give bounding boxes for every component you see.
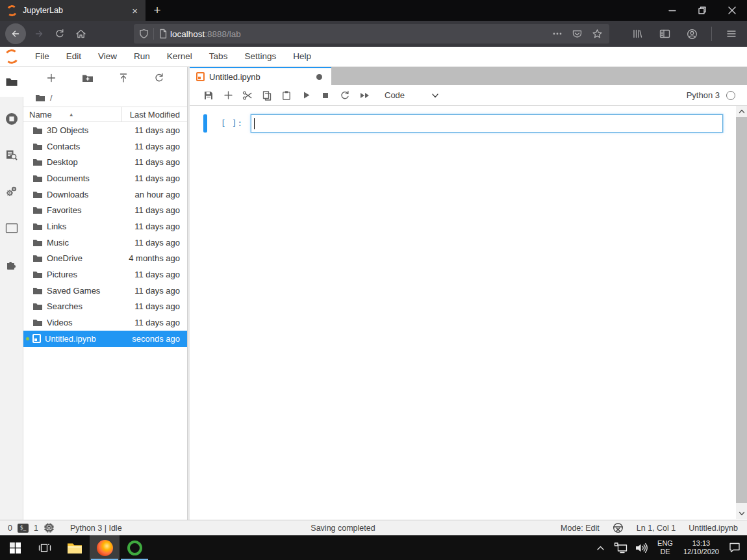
file-modified-time: 11 days ago [134,142,180,151]
sidebar-tab-running[interactable] [0,105,23,133]
menubar-item[interactable]: View [90,47,125,66]
new-folder-button[interactable] [82,73,94,83]
tray-overflow-chevron-icon[interactable] [592,535,609,560]
clock[interactable]: 13:13 12/10/2020 [680,539,722,556]
library-icon[interactable] [627,23,648,44]
statusbar-filename[interactable]: Untitled.ipynb [689,524,738,533]
file-row[interactable]: 3D Objects 11 days ago [23,122,187,138]
menubar-item[interactable]: Tabs [201,47,236,66]
scrollbar-thumb[interactable] [736,117,747,503]
new-tab-button[interactable]: + [146,0,169,21]
cell-type-select[interactable]: Code [385,90,440,100]
language-primary: ENG [657,539,673,548]
task-view-button[interactable] [30,535,60,560]
pocket-icon[interactable] [572,29,583,39]
file-explorer-button[interactable] [60,535,90,560]
tab-close-icon[interactable]: × [129,5,140,17]
url-path: :8888/lab [205,29,241,39]
language-indicator[interactable]: ENG DE [654,539,676,556]
notebook-scrollbar[interactable] [736,106,747,519]
back-button[interactable] [5,23,26,44]
forward-button[interactable] [29,23,49,44]
reload-button[interactable] [49,23,70,44]
kernel-status-circle-icon[interactable] [726,91,735,100]
kernel-indicator[interactable]: Python 3 [687,90,738,100]
cut-cells-button[interactable] [238,87,257,104]
file-row[interactable]: Videos 11 days ago [23,314,187,331]
mode-indicator[interactable]: Mode: Edit [561,524,600,533]
column-header-modified[interactable]: Last Modified [122,110,187,120]
refresh-button[interactable] [154,73,164,83]
cursor-position[interactable]: Ln 1, Col 1 [637,524,676,533]
window-minimize-button[interactable] [657,0,687,21]
browser-tab[interactable]: JupyterLab × [0,0,146,21]
sidebars-toggle-icon[interactable] [654,23,675,44]
sidebar-tab-property-inspector[interactable] [0,177,23,206]
jupyterlab-app-taskbar-button[interactable] [120,535,149,560]
file-row[interactable]: Contacts 11 days ago [23,138,187,155]
scroll-up-icon[interactable] [736,106,747,117]
window-close-button[interactable] [717,0,747,21]
page-info-icon[interactable] [158,29,168,39]
paste-cells-button[interactable] [277,87,296,104]
terminal-count[interactable]: 0 [8,524,12,533]
tab-close-dirty-icon[interactable] [316,74,322,80]
menubar-item[interactable]: Kernel [158,47,201,66]
interrupt-kernel-button[interactable] [316,87,335,104]
add-cell-button[interactable] [218,87,238,104]
restart-kernel-button[interactable] [335,87,355,104]
scroll-down-icon[interactable] [736,508,747,519]
menubar-item[interactable]: Edit [58,47,90,66]
menubar-item[interactable]: Run [125,47,158,66]
cell-collapser[interactable] [203,114,207,133]
upload-button[interactable] [118,73,129,83]
tracking-protection-shield-icon[interactable] [139,29,149,39]
menubar-item[interactable]: Help [285,47,320,66]
save-button[interactable] [199,87,218,104]
window-restore-button[interactable] [687,0,717,21]
file-modified-time: 11 days ago [134,125,180,135]
menubar-item[interactable]: File [27,47,58,66]
breadcrumb-root[interactable]: / [50,93,53,103]
file-row[interactable]: Pictures 11 days ago [23,266,187,283]
network-icon[interactable] [613,535,629,560]
sidebar-tab-filebrowser[interactable] [0,67,23,97]
url-bar[interactable]: localhost:8888/lab [134,24,609,44]
cell-editor-input[interactable] [251,114,723,133]
trust-shield-icon[interactable] [613,522,624,533]
run-cell-button[interactable] [296,87,316,104]
file-row[interactable]: Searches 11 days ago [23,299,187,315]
url-text[interactable]: localhost:8888/lab [170,29,552,39]
home-button[interactable] [70,23,91,44]
file-row[interactable]: Links 11 days ago [23,218,187,235]
kernel-status-text[interactable]: Python 3 | Idle [70,524,122,533]
page-actions-icon[interactable] [552,29,563,39]
file-row[interactable]: Documents 11 days ago [23,170,187,186]
firefox-taskbar-button[interactable] [90,535,120,560]
run-all-button[interactable] [355,87,374,104]
file-row[interactable]: Downloads an hour ago [23,186,187,203]
column-header-name[interactable]: Name ▲ [23,107,122,121]
menu-hamburger-icon[interactable] [721,23,742,44]
menubar-item[interactable]: Settings [236,47,285,66]
file-row[interactable]: OneDrive 4 months ago [23,251,187,267]
file-row[interactable]: Favorites 11 days ago [23,202,187,218]
copy-cells-button[interactable] [257,87,277,104]
sidebar-tab-open-tabs[interactable] [0,214,23,242]
sidebar-tab-extensions[interactable] [0,250,23,279]
notebook-tab[interactable]: Untitled.ipynb [190,67,331,85]
file-row[interactable]: Music 11 days ago [23,235,187,251]
volume-icon[interactable] [633,535,650,560]
start-button[interactable] [0,535,30,560]
new-launcher-button[interactable] [46,73,57,83]
account-icon[interactable] [681,23,702,44]
sidebar-tab-command-palette[interactable] [0,141,23,170]
home-folder-icon[interactable] [35,94,45,102]
file-row[interactable]: Desktop 11 days ago [23,154,187,170]
kernel-count[interactable]: 1 [34,524,38,533]
file-row[interactable]: Saved Games 11 days ago [23,283,187,299]
file-row[interactable]: Untitled.ipynb seconds ago [23,331,187,347]
code-cell[interactable]: [ ]: [190,106,747,133]
action-center-icon[interactable] [726,535,743,560]
bookmark-star-icon[interactable] [592,29,603,40]
